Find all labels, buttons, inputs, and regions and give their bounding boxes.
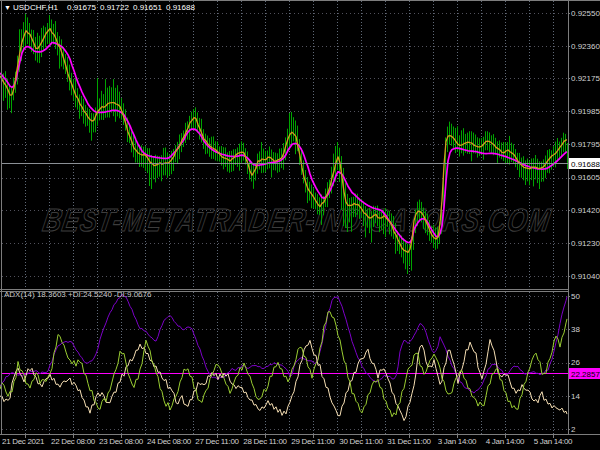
watermark-text: BEST-METATRADER-INDICATORS.COM <box>40 203 553 238</box>
header-high-price: 0.91722 <box>100 3 129 12</box>
mt4-chart-window: BEST-METATRADER-INDICATORS.COM 0.925500.… <box>0 0 600 450</box>
watermark-layer: BEST-METATRADER-INDICATORS.COM <box>40 203 553 238</box>
indicator-name-value: ADX(14) 18.3603 +DI:24.5240 -DI:9.0676 <box>4 290 152 299</box>
header-symbol-period: USDCHF,H1 <box>13 3 58 12</box>
watermark-transform: BEST-METATRADER-INDICATORS.COM <box>40 203 553 238</box>
symbol-dropdown-icon[interactable]: ▼ <box>4 4 11 11</box>
level-value-tag-label: 22.2857 <box>571 370 600 379</box>
price-axis-label: 0.92360 <box>571 42 600 51</box>
price-axis-label: 0.91420 <box>571 206 600 215</box>
bid-price-tag-label: 0.91688 <box>571 160 600 169</box>
indicator-axis-label: 38 <box>571 325 580 334</box>
price-axis-label: 0.91040 <box>571 272 600 281</box>
indicator-axis-label: 2 <box>571 425 576 434</box>
price-axis-label: 0.92550 <box>571 9 600 18</box>
price-chart-canvas[interactable]: BEST-METATRADER-INDICATORS.COM 0.925500.… <box>0 0 600 450</box>
header-low-price: 0.91651 <box>133 3 162 12</box>
indicator-label: ADX(14) 18.3603 +DI:24.5240 -DI:9.0676 <box>4 290 152 299</box>
price-axis-label: 0.92175 <box>571 74 600 83</box>
price-axis-label: 0.91795 <box>571 140 600 149</box>
indicator-axis-label: 26 <box>571 358 580 367</box>
indicator-axis-label: 50 <box>571 292 580 301</box>
chart-header: ▼ USDCHF,H1 0.91675 0.91722 0.91651 0.91… <box>4 3 195 12</box>
price-axis-label: 0.91230 <box>571 239 600 248</box>
price-axis-label: 0.91605 <box>571 173 600 182</box>
header-open-price: 0.91675 <box>67 3 96 12</box>
price-axis-label: 0.91985 <box>571 107 600 116</box>
indicator-axis-label: 14 <box>571 392 580 401</box>
header-close-price: 0.91688 <box>166 3 195 12</box>
time-axis-label: 21 Dec 2021 <box>2 437 45 446</box>
